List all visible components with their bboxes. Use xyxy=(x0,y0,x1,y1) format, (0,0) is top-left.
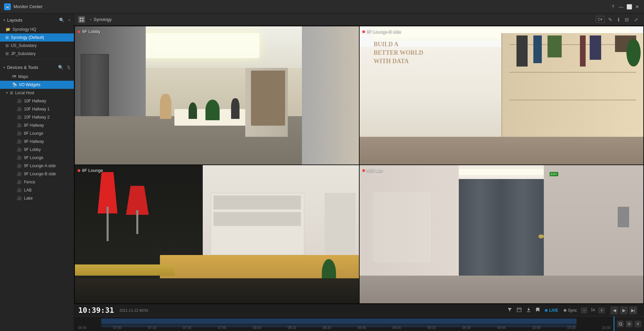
clock-display: 10:39:31 xyxy=(78,306,114,314)
live-indicator: LIVE xyxy=(545,308,558,313)
devices-sort-button[interactable]: ⇅ xyxy=(66,64,71,71)
minimize-button[interactable]: — xyxy=(618,4,624,9)
layouts-search-button[interactable]: 🔍 xyxy=(58,17,65,23)
date-display: 2021-11-22 MON xyxy=(119,308,148,312)
status-row: 10:39:31 2021-11-22 MON xyxy=(74,304,644,316)
camera-cell-mis-lab[interactable]: MIS Lab EXIT xyxy=(360,165,644,303)
layout-selector-button[interactable]: C▾ xyxy=(596,16,605,23)
8f-lounge-lamp-1 xyxy=(126,186,148,234)
main-layout: ▼ Layouts 🔍 + 📁 Synology HQ ⊞ Synology (… xyxy=(0,14,644,331)
nav-prev-button[interactable]: ◀ xyxy=(610,306,618,314)
camera-active-dot xyxy=(362,169,365,172)
camera-icon: 🎥 xyxy=(17,107,22,111)
sidebar-item-label: 9F Lobby xyxy=(24,147,41,152)
mis-lab-wall-panel xyxy=(374,193,430,262)
sidebar-item-fence[interactable]: 🎥 Fence xyxy=(0,178,74,186)
camera-cell-9f-lounge-b[interactable]: 9F Lounge-B side xyxy=(360,26,644,164)
sidebar-item-9f-lobby[interactable]: 🎥 9F Lobby xyxy=(0,146,74,154)
zoom-fit-button[interactable] xyxy=(617,321,624,327)
nav-play-button[interactable]: ▶ xyxy=(620,306,628,314)
camera-icon: 🎥 xyxy=(17,163,22,168)
fullscreen-button[interactable]: ⤢ xyxy=(633,16,640,23)
sidebar-item-synology-hq[interactable]: 📁 Synology HQ xyxy=(0,25,74,33)
sidebar-item-9f-hallway[interactable]: 🎥 9F Hallway xyxy=(0,137,74,146)
download-button[interactable] xyxy=(525,306,532,314)
svg-rect-7 xyxy=(517,308,521,312)
help-button[interactable]: ? xyxy=(610,4,616,9)
calendar-button[interactable] xyxy=(516,306,523,314)
lounge-b-shelf xyxy=(501,33,643,144)
camera-cell-9f-lobby[interactable]: 9F Lobby xyxy=(75,26,359,164)
sidebar-item-label: 9F Lounge-B side xyxy=(24,172,56,176)
timeline-track[interactable]: 06:45 07:00 07:15 07:30 07:45 08:00 08:1… xyxy=(74,316,614,331)
camera-icon: 🎥 xyxy=(17,115,22,120)
sidebar-item-label: Synology HQ xyxy=(12,27,36,32)
edit-view-button[interactable]: ✎ xyxy=(607,16,614,23)
speed-decrease-button[interactable]: − xyxy=(581,307,587,313)
maximize-button[interactable]: ⬜ xyxy=(626,4,632,9)
sidebar-item-10f-hallway-2[interactable]: 🎥 10F Hallway 2 xyxy=(0,113,74,121)
8f-lounge-floor xyxy=(75,278,359,303)
bottom-bar: 10:39:31 2021-11-22 MON xyxy=(74,304,644,331)
camera-scene-8f-lounge xyxy=(75,165,359,303)
camera-icon: 🎥 xyxy=(17,188,22,193)
info-button[interactable]: ℹ xyxy=(616,16,621,23)
sidebar-item-label: 8F Hallway xyxy=(24,123,44,128)
mis-lab-floor xyxy=(360,276,644,303)
time-label-7: 08:30 xyxy=(320,326,334,330)
time-label-4: 07:45 xyxy=(215,326,229,330)
time-label-2: 07:15 xyxy=(145,326,159,330)
collapse-button[interactable]: ⊟ xyxy=(623,16,631,23)
sidebar-item-9f-lounge-b-side[interactable]: 🎥 9F Lounge-B side xyxy=(0,170,74,178)
sidebar-item-local-host[interactable]: ▼ ⊞ Local Host xyxy=(0,89,74,97)
settings-button[interactable] xyxy=(626,321,633,327)
pause-button[interactable]: ⏸ xyxy=(635,321,641,327)
filter-button[interactable] xyxy=(506,306,513,314)
close-button[interactable]: ✕ xyxy=(635,4,640,9)
time-label-10: 09:15 xyxy=(425,326,438,330)
camera-icon: 🎥 xyxy=(17,99,22,103)
sidebar-item-lab[interactable]: 🎥 LAB xyxy=(0,186,74,194)
sidebar-item-label: 9F Lounge xyxy=(24,155,43,160)
camera-icon: 🎥 xyxy=(17,172,22,176)
devices-search-button[interactable]: 🔍 xyxy=(57,64,64,71)
sync-text: Sync xyxy=(568,308,577,313)
sidebar-item-9f-lounge[interactable]: 🎥 9F Lounge xyxy=(0,154,74,162)
sidebar-item-lake[interactable]: 🎥 Lake xyxy=(0,194,74,202)
timeline-data-bar xyxy=(101,319,577,324)
camera-icon: 🎥 xyxy=(17,196,22,201)
content-area: • Synology C▾ ✎ ℹ ⊟ ⤢ 9F Lobby xyxy=(74,14,644,331)
nav-next-button[interactable]: ▶| xyxy=(629,306,637,314)
sidebar-item-9f-lounge-a-side[interactable]: 🎥 9F Lounge-A side xyxy=(0,162,74,170)
sidebar-item-10f-hallway[interactable]: 🎥 10F Hallway xyxy=(0,97,74,105)
time-label-5: 08:00 xyxy=(250,326,264,330)
camera-cell-8f-lounge[interactable]: 8F Lounge xyxy=(75,165,359,303)
camera-scene-mis-lab: EXIT xyxy=(360,165,644,303)
sidebar-item-synology-default[interactable]: ⊞ Synology (Default) xyxy=(0,33,74,42)
bookmark-button[interactable] xyxy=(535,306,541,314)
server-icon: ⊞ xyxy=(10,91,13,95)
sidebar-item-jp-subsidiary[interactable]: ⊞ JP_Subsidary xyxy=(0,50,74,58)
layouts-add-button[interactable]: + xyxy=(67,17,71,23)
svg-rect-3 xyxy=(82,18,84,19)
svg-rect-2 xyxy=(80,18,81,19)
sidebar-item-label: I/O Widgets xyxy=(19,82,40,87)
sidebar-item-8f-hallway[interactable]: 🎥 8F Hallway xyxy=(0,121,74,129)
sidebar-item-maps[interactable]: 🗺 Maps xyxy=(0,73,74,81)
sidebar-divider xyxy=(0,59,74,59)
camera-scene-9f-lobby xyxy=(75,26,359,164)
sidebar-item-8f-lounge[interactable]: 🎥 8F Lounge xyxy=(0,129,74,137)
devices-section-header[interactable]: ▼ Devices & Tools 🔍 ⇅ xyxy=(0,61,74,73)
header-actions: C▾ ✎ ℹ ⊟ ⤢ xyxy=(596,16,640,23)
lounge-b-floor xyxy=(360,137,644,164)
content-header: • Synology C▾ ✎ ℹ ⊟ ⤢ xyxy=(74,14,644,26)
sidebar-item-10f-hallway-1[interactable]: 🎥 10F Hallway 1 xyxy=(0,105,74,113)
sidebar-item-us-subsidiary[interactable]: ⊞ US_Subsidary xyxy=(0,42,74,50)
layouts-section-header[interactable]: ▼ Layouts 🔍 + xyxy=(0,14,74,25)
8f-lounge-lamp-2 xyxy=(97,172,117,241)
speed-increase-button[interactable]: + xyxy=(598,307,605,313)
sidebar-item-io-widgets[interactable]: 📡 I/O Widgets xyxy=(0,81,74,89)
camera-icon: 🎥 xyxy=(17,155,22,160)
time-label-13: 10:00 xyxy=(530,326,543,330)
timeline-row[interactable]: 06:45 07:00 07:15 07:30 07:45 08:00 08:1… xyxy=(74,316,644,331)
